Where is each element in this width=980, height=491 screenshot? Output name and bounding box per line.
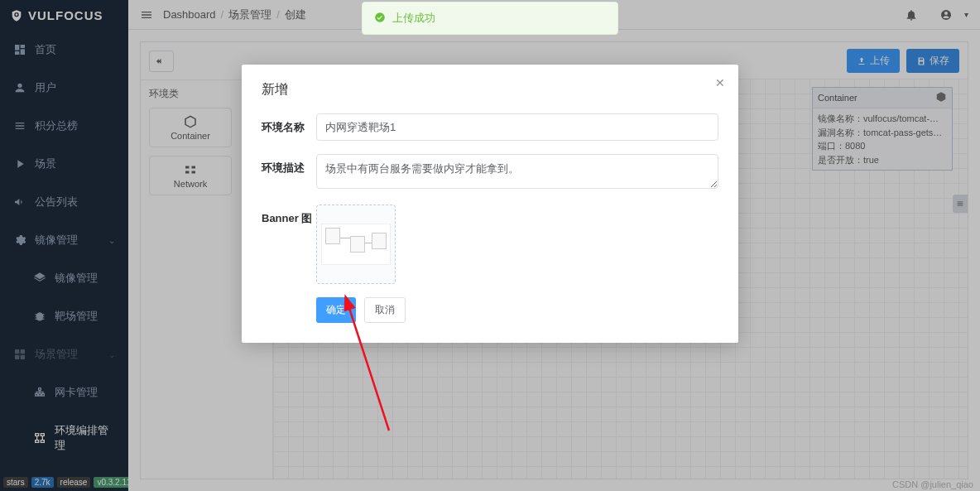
label-banner: Banner 图 (262, 205, 316, 284)
svg-point-1 (375, 12, 385, 22)
banner-thumb (321, 224, 391, 265)
close-icon[interactable]: ✕ (715, 76, 725, 89)
dialog-title: 新增 (262, 81, 718, 99)
dialog-add: 新增 ✕ 环境名称 环境描述 Banner 图 确定 (242, 65, 738, 343)
dialog-footer: 确定 取消 (262, 297, 718, 323)
textarea-env-desc[interactable] (316, 154, 718, 189)
check-circle-icon (374, 12, 386, 26)
label-env-desc: 环境描述 (262, 154, 316, 191)
cancel-button[interactable]: 取消 (364, 297, 406, 323)
toast-success: 上传成功 (362, 2, 618, 35)
label-env-name: 环境名称 (262, 113, 316, 141)
dialog-form: 环境名称 环境描述 Banner 图 确定 取消 (262, 113, 718, 323)
upload-banner[interactable] (316, 205, 396, 284)
ok-button[interactable]: 确定 (316, 297, 356, 323)
input-env-name[interactable] (316, 113, 718, 141)
